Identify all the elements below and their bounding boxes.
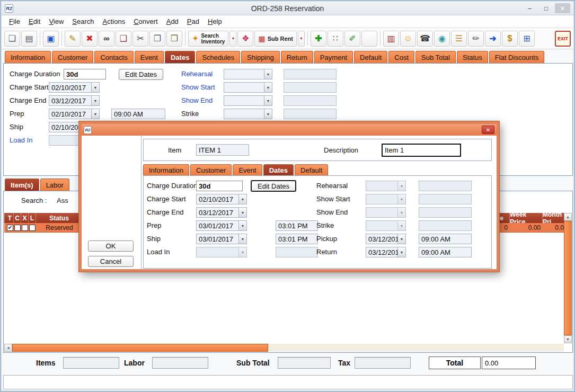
sub-rent-button[interactable]: ▦ Sub Rent (254, 31, 297, 47)
load-in-link[interactable]: Load In (10, 136, 32, 144)
tab-items[interactable]: Item(s) (5, 179, 39, 191)
description-field[interactable]: Item 1 (382, 144, 461, 157)
tab-dates[interactable]: Dates (165, 51, 195, 63)
menu-convert[interactable]: Convert (129, 16, 162, 26)
menu-actions[interactable]: Actions (99, 16, 130, 26)
paste-button[interactable]: ❒ (166, 31, 182, 47)
show-start-link[interactable]: Show Start (181, 83, 215, 91)
search-inventory-dropdown[interactable]: ▼ (229, 31, 236, 47)
dialog-charge-end-field[interactable]: 03/12/2017 (196, 207, 247, 218)
scroll-left-icon[interactable] (4, 344, 12, 352)
dropdown-icon[interactable] (397, 234, 405, 244)
dialog-ship-date-field[interactable]: 03/01/2017 (196, 234, 247, 244)
vertical-scrollbar-thumb[interactable] (564, 221, 572, 335)
dialog-tab-customer[interactable]: Customer (190, 164, 232, 175)
prep-date-field[interactable]: 02/10/2017 (49, 109, 100, 119)
item-field[interactable]: ITEM 1 (196, 144, 249, 156)
cut-button[interactable]: ✂ (132, 31, 148, 47)
exit-button[interactable]: EXIT (555, 31, 571, 47)
cancel-button[interactable]: Cancel (88, 256, 134, 267)
edit-button[interactable]: ✎ (65, 31, 81, 47)
menu-help[interactable]: Help (204, 16, 226, 26)
blank-button[interactable] (361, 31, 377, 47)
dropdown-icon[interactable] (238, 194, 246, 204)
menu-edit[interactable]: Edit (24, 16, 45, 26)
row-checkbox-c[interactable] (14, 225, 21, 231)
row-checkbox-x[interactable] (22, 225, 28, 231)
dialog-prep-date-field[interactable]: 03/01/2017 (196, 220, 247, 231)
charge-start-field[interactable]: 02/10/2017 (49, 82, 100, 93)
show-start-date-field[interactable] (224, 82, 272, 93)
show-end-date-field[interactable] (224, 95, 272, 106)
tab-customer[interactable]: Customer (52, 51, 93, 63)
dropdown-icon[interactable] (397, 247, 405, 257)
prep-time-field[interactable]: 09:00 AM (111, 109, 165, 119)
dropdown-icon[interactable] (264, 69, 272, 79)
items-search-value[interactable]: Ass (57, 197, 68, 204)
sub-rent-dropdown[interactable]: ▼ (298, 31, 305, 47)
menu-file[interactable]: File (5, 16, 24, 26)
ok-button[interactable]: OK (88, 240, 134, 252)
horizontal-scrollbar-track[interactable] (268, 344, 564, 352)
tab-flat-discounts[interactable]: Flat Discounts (489, 51, 544, 63)
dialog-pickup-date-field[interactable]: 03/12/2017 (366, 234, 406, 244)
dialog-edit-dates-button[interactable]: Edit Dates (251, 180, 296, 192)
tab-event[interactable]: Event (135, 51, 164, 63)
search-inventory-button[interactable]: ✦ Search Inventory (188, 31, 228, 47)
dropdown-icon[interactable] (238, 208, 246, 217)
tab-default[interactable]: Default (354, 51, 387, 63)
dialog-tab-default[interactable]: Default (295, 164, 328, 175)
scroll-up-icon[interactable] (564, 213, 572, 221)
horizontal-scrollbar-thumb[interactable] (12, 344, 268, 352)
tab-contacts[interactable]: Contacts (94, 51, 133, 63)
machine-button[interactable]: ▥ (383, 31, 399, 47)
tab-schedules[interactable]: Schedules (196, 51, 240, 63)
tab-cost[interactable]: Cost (388, 51, 414, 63)
cart-button[interactable]: ⊞ (519, 31, 535, 47)
tab-return[interactable]: Return (281, 51, 313, 63)
new-button[interactable]: ❏ (4, 31, 20, 47)
dropdown-icon[interactable] (264, 83, 272, 92)
tab-sub-total[interactable]: Sub Total (415, 51, 456, 63)
spheres-button[interactable]: ∷ (328, 31, 343, 47)
menu-pad[interactable]: Pad (183, 16, 204, 26)
tab-payment[interactable]: Payment (314, 51, 353, 63)
vertical-scrollbar[interactable] (564, 213, 572, 343)
smiley-button[interactable]: ☺ (400, 31, 416, 47)
charge-end-field[interactable]: 03/12/2017 (49, 95, 100, 106)
dropdown-icon[interactable] (91, 96, 99, 105)
dropdown-icon[interactable] (238, 221, 246, 230)
tab-information[interactable]: Information (5, 51, 51, 63)
menu-view[interactable]: View (45, 16, 68, 26)
menu-search[interactable]: Search (68, 16, 98, 26)
close-button[interactable]: ✕ (555, 3, 570, 13)
tab-shipping[interactable]: Shipping (241, 51, 280, 63)
scroll-down-icon[interactable] (564, 335, 572, 343)
dialog-prep-time-field[interactable]: 03:01 PM (276, 220, 318, 231)
save-button[interactable]: ▣ (43, 31, 59, 47)
print-button[interactable]: ▤ (21, 31, 37, 47)
dialog-tab-dates[interactable]: Dates (263, 164, 294, 175)
edit-dates-button[interactable]: Edit Dates (119, 69, 163, 80)
dropdown-icon[interactable] (91, 109, 99, 119)
horizontal-scrollbar[interactable] (4, 344, 564, 352)
tab-status[interactable]: Status (457, 51, 488, 63)
dialog-charge-start-field[interactable]: 02/10/2017 (196, 194, 247, 204)
add-button[interactable]: ✚ (311, 31, 326, 47)
rehearsal-link[interactable]: Rehearsal (181, 70, 213, 78)
tab-labor[interactable]: Labor (40, 179, 69, 191)
dropdown-icon[interactable] (264, 109, 272, 119)
copy-button[interactable]: ❐ (149, 31, 165, 47)
dialog-close-button[interactable]: ✕ (482, 126, 494, 134)
disc-button[interactable]: ◉ (434, 31, 450, 47)
compose-button[interactable]: ✏ (468, 31, 484, 47)
note-button[interactable]: ✐ (344, 31, 360, 47)
money-button[interactable]: $ (502, 31, 518, 47)
charge-duration-field[interactable]: 30d (64, 69, 106, 79)
dialog-return-date-field[interactable]: 03/12/2017 (366, 247, 406, 257)
menu-add[interactable]: Add (162, 16, 183, 26)
delete-button[interactable]: ✖ (82, 31, 98, 47)
row-checkbox-t[interactable]: ✔ (7, 225, 13, 231)
dialog-pickup-time-field[interactable]: 09:00 AM (419, 234, 472, 244)
minimize-button[interactable]: – (522, 3, 537, 13)
